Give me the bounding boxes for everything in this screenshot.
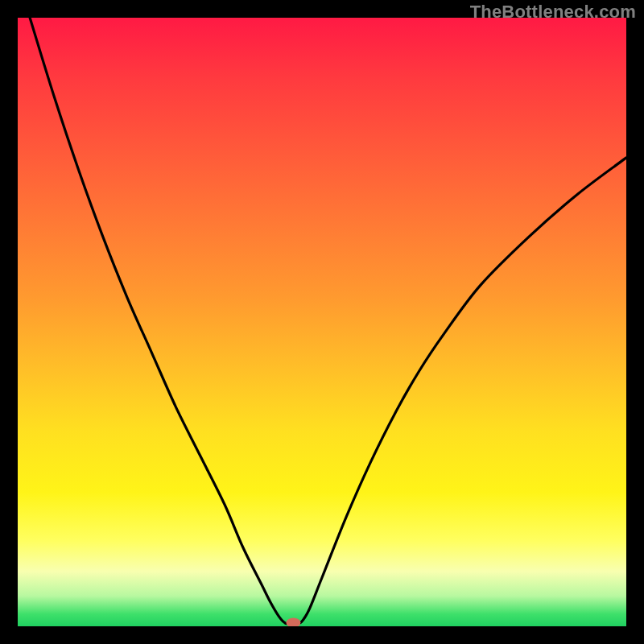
curve-svg: [18, 18, 626, 626]
attribution-text: TheBottleneck.com: [470, 2, 636, 23]
frame-black: TheBottleneck.com: [0, 0, 644, 644]
bottleneck-curve: [30, 18, 626, 624]
minimum-marker: [286, 617, 300, 626]
